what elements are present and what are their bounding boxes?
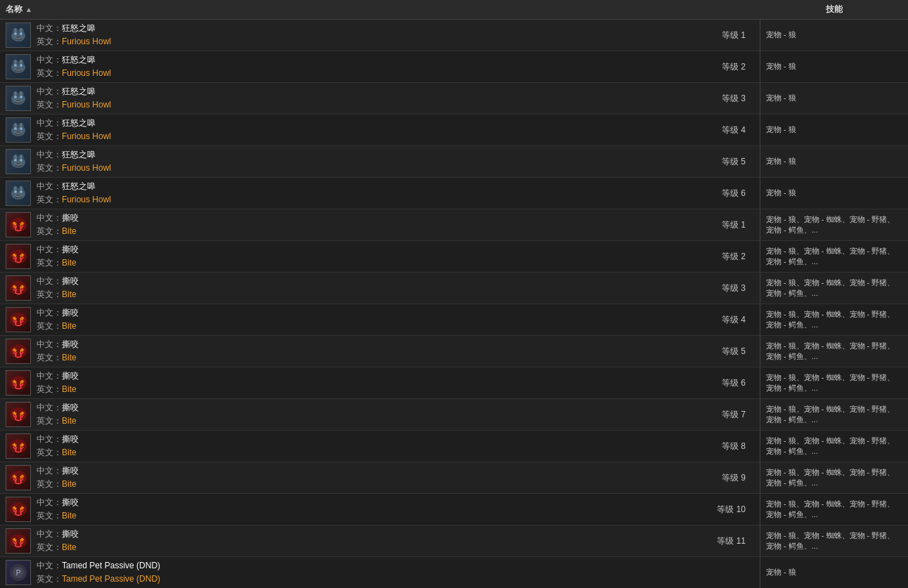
level-cell: 等级 1 xyxy=(703,30,760,41)
svg-point-12 xyxy=(20,60,22,64)
table-row[interactable]: 中文：狂怒之嗥 英文：Furious Howl 等级 3 宠物 - 狼 xyxy=(0,83,908,115)
svg-point-14 xyxy=(20,64,22,67)
table-row[interactable]: 中文：撕咬 英文：Bite 等级 4 宠物 - 狼、宠物 - 蜘蛛、宠物 - 野… xyxy=(0,304,908,336)
en-label: 英文： xyxy=(37,574,62,584)
wolf-icon xyxy=(6,117,31,143)
svg-point-38 xyxy=(20,159,22,162)
name-cell: 中文：撕咬 英文：Bite xyxy=(0,399,703,430)
svg-point-5 xyxy=(14,32,17,35)
svg-point-57 xyxy=(10,502,27,516)
name-text-group: 中文：撕咬 英文：Bite xyxy=(37,339,79,364)
level-cell: 等级 7 xyxy=(703,409,760,421)
en-label: 英文： xyxy=(37,416,62,426)
table-row[interactable]: 中文：撕咬 英文：Bite 等级 2 宠物 - 狼、宠物 - 蜘蛛、宠物 - 野… xyxy=(0,241,908,273)
name-text-group: 中文：撕咬 英文：Bite xyxy=(37,528,79,554)
svg-point-48 xyxy=(10,218,27,232)
svg-text:P: P xyxy=(16,569,21,577)
chinese-name: 中文：撕咬 xyxy=(37,497,79,509)
table-row[interactable]: 中文：撕咬 英文：Bite 等级 8 宠物 - 狼、宠物 - 蜘蛛、宠物 - 野… xyxy=(0,431,908,462)
table-row[interactable]: 中文：撕咬 英文：Bite 等级 6 宠物 - 狼、宠物 - 蜘蛛、宠物 - 野… xyxy=(0,367,908,399)
chinese-name: 中文：狂怒之嗥 xyxy=(37,54,111,66)
chinese-name: 中文：狂怒之嗥 xyxy=(37,149,111,161)
svg-point-49 xyxy=(10,249,27,263)
name-cell: 中文：撕咬 英文：Bite xyxy=(0,525,703,556)
bite-icon xyxy=(6,528,31,554)
svg-point-13 xyxy=(14,64,17,67)
chinese-name: 中文：狂怒之嗥 xyxy=(37,181,111,192)
svg-point-51 xyxy=(10,313,27,327)
table-row[interactable]: 中文：狂怒之嗥 英文：Furious Howl 等级 4 宠物 - 狼 xyxy=(0,115,908,146)
svg-point-29 xyxy=(14,127,17,130)
english-name: 英文：Bite xyxy=(37,352,79,364)
table-row[interactable]: 中文：撕咬 英文：Bite 等级 7 宠物 - 狼、宠物 - 蜘蛛、宠物 - 野… xyxy=(0,399,908,431)
name-cell: 中文：撕咬 英文：Bite xyxy=(0,336,703,367)
skill-cell: 宠物 - 狼、宠物 - 蜘蛛、宠物 - 野猪、宠物 - 鳄鱼、... xyxy=(760,496,908,523)
name-cell: P 中文：Tamed Pet Passive (DND) 英文：Tamed Pe… xyxy=(0,557,703,588)
table-row[interactable]: 中文：撕咬 英文：Bite 等级 1 宠物 - 狼、宠物 - 蜘蛛、宠物 - 野… xyxy=(0,209,908,241)
english-name: 英文：Bite xyxy=(37,415,79,427)
table-row[interactable]: 中文：撕咬 英文：Bite 等级 5 宠物 - 狼、宠物 - 蜘蛛、宠物 - 野… xyxy=(0,336,908,367)
svg-point-21 xyxy=(14,96,17,98)
level-cell: 等级 2 xyxy=(703,251,760,263)
table-row[interactable]: 中文：撕咬 英文：Bite 等级 11 宠物 - 狼、宠物 - 蜘蛛、宠物 - … xyxy=(0,525,908,557)
name-text-group: 中文：狂怒之嗥 英文：Furious Howl xyxy=(37,54,111,79)
table-row[interactable]: P 中文：Tamed Pet Passive (DND) 英文：Tamed Pe… xyxy=(0,557,908,588)
bite-icon xyxy=(6,402,31,427)
svg-point-58 xyxy=(10,534,27,548)
svg-point-30 xyxy=(20,127,22,130)
bite-icon xyxy=(6,370,31,396)
svg-point-22 xyxy=(20,96,22,98)
name-text-group: 中文：撕咬 英文：Bite xyxy=(37,433,79,459)
chinese-name: 中文：撕咬 xyxy=(37,244,79,256)
wolf-icon xyxy=(6,181,31,206)
wolf-icon xyxy=(6,149,31,174)
skill-cell: 宠物 - 狼 xyxy=(760,564,908,580)
cn-label: 中文： xyxy=(37,150,62,159)
chinese-name: 中文：狂怒之嗥 xyxy=(37,117,111,129)
en-label: 英文： xyxy=(37,37,62,46)
name-cell: 中文：撕咬 英文：Bite xyxy=(0,367,703,398)
name-column-header[interactable]: 名称 ▲ xyxy=(0,4,760,15)
chinese-name: 中文：狂怒之嗥 xyxy=(37,22,111,34)
bite-icon xyxy=(6,497,31,522)
en-label: 英文： xyxy=(37,68,62,78)
table-header: 名称 ▲ 技能 xyxy=(0,0,908,20)
chinese-name: 中文：撕咬 xyxy=(37,370,79,382)
level-cell: 等级 5 xyxy=(703,346,760,358)
english-name: 英文：Furious Howl xyxy=(37,162,111,174)
name-cell: 中文：撕咬 英文：Bite xyxy=(0,494,703,525)
table-row[interactable]: 中文：撕咬 英文：Bite 等级 10 宠物 - 狼、宠物 - 蜘蛛、宠物 - … xyxy=(0,494,908,525)
name-cell: 中文：狂怒之嗥 英文：Furious Howl xyxy=(0,146,703,177)
wolf-icon xyxy=(6,86,31,111)
level-cell: 等级 8 xyxy=(703,440,760,452)
table-row[interactable]: 中文：狂怒之嗥 英文：Furious Howl 等级 1 宠物 - 狼 xyxy=(0,20,908,51)
name-cell: 中文：撕咬 英文：Bite xyxy=(0,462,703,493)
svg-point-46 xyxy=(20,190,22,193)
svg-point-35 xyxy=(14,155,17,159)
english-name: 英文：Furious Howl xyxy=(37,36,111,48)
english-name: 英文：Bite xyxy=(37,320,79,332)
cn-label: 中文： xyxy=(37,308,62,318)
english-name: 英文：Bite xyxy=(37,289,79,301)
table-row[interactable]: 中文：狂怒之嗥 英文：Furious Howl 等级 2 宠物 - 狼 xyxy=(0,51,908,83)
en-label: 英文： xyxy=(37,384,62,394)
english-name: 英文：Furious Howl xyxy=(37,194,111,206)
skill-cell: 宠物 - 狼、宠物 - 蜘蛛、宠物 - 野猪、宠物 - 鳄鱼、... xyxy=(760,275,908,302)
table-row[interactable]: 中文：撕咬 英文：Bite 等级 3 宠物 - 狼、宠物 - 蜘蛛、宠物 - 野… xyxy=(0,273,908,304)
name-text-group: 中文：撕咬 英文：Bite xyxy=(37,212,79,237)
cn-label: 中文： xyxy=(37,55,62,65)
name-text-group: 中文：撕咬 英文：Bite xyxy=(37,244,79,269)
cn-label: 中文： xyxy=(37,23,62,33)
name-text-group: 中文：Tamed Pet Passive (DND) 英文：Tamed Pet … xyxy=(37,560,160,585)
skill-cell: 宠物 - 狼、宠物 - 蜘蛛、宠物 - 野猪、宠物 - 鳄鱼、... xyxy=(760,211,908,239)
table-row[interactable]: 中文：狂怒之嗥 英文：Furious Howl 等级 6 宠物 - 狼 xyxy=(0,178,908,209)
en-label: 英文： xyxy=(37,353,62,362)
level-cell: 等级 4 xyxy=(703,314,760,326)
skill-cell: 宠物 - 狼、宠物 - 蜘蛛、宠物 - 野猪、宠物 - 鳄鱼、... xyxy=(760,338,908,365)
cn-label: 中文： xyxy=(37,276,62,286)
svg-point-55 xyxy=(10,439,27,453)
table-row[interactable]: 中文：狂怒之嗥 英文：Furious Howl 等级 5 宠物 - 狼 xyxy=(0,146,908,178)
chinese-name: 中文：撕咬 xyxy=(37,212,79,224)
svg-point-4 xyxy=(20,28,22,32)
table-row[interactable]: 中文：撕咬 英文：Bite 等级 9 宠物 - 狼、宠物 - 蜘蛛、宠物 - 野… xyxy=(0,462,908,494)
